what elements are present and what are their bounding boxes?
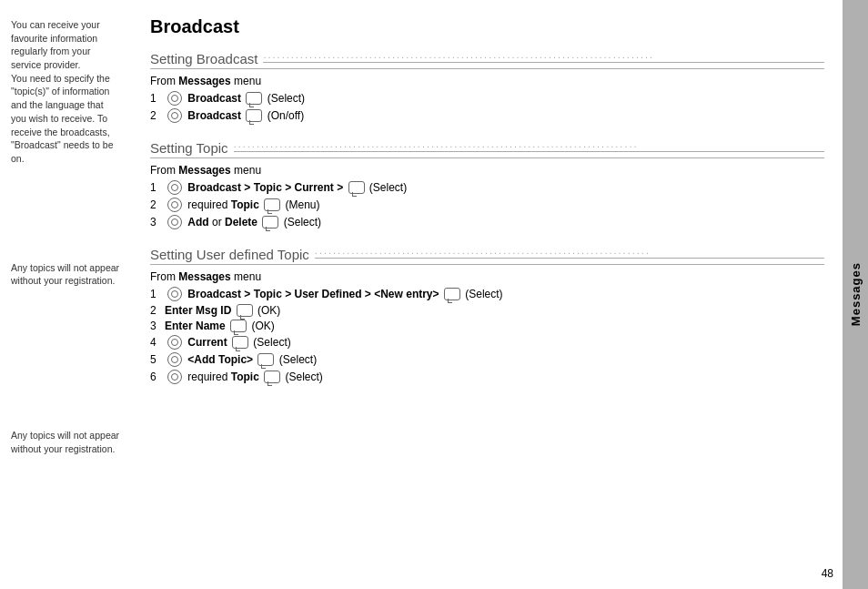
section-user-topic-title: Setting User defined Topic (150, 247, 309, 262)
topic-steps: 1 Broadcast > Topic > Current > (Select)… (150, 180, 824, 229)
nav-icon-t2 (167, 198, 182, 212)
softkey-icon-t2 (264, 198, 280, 211)
user-topic-step-2: 2 Enter Msg ID (OK) (150, 304, 824, 317)
broadcast-steps: 1 Broadcast (Select) 2 Broadcast (On/off… (150, 91, 824, 123)
section-heading-broadcast: Setting Broadcast ......................… (150, 50, 824, 69)
user-topic-menu-label: Messages (178, 270, 230, 283)
softkey-icon-u2 (237, 304, 253, 317)
sidebar-note-1: You can receive your favourite informati… (11, 18, 121, 166)
topic-step-2: 2 required Topic (Menu) (150, 198, 824, 212)
user-topic-steps: 1 Broadcast > Topic > User Defined > <Ne… (150, 287, 824, 384)
softkey-icon-2 (246, 109, 262, 122)
user-topic-step-3: 3 Enter Name (OK) (150, 320, 824, 332)
user-topic-step-6: 6 required Topic (Select) (150, 370, 824, 384)
user-topic-step-4: 4 Current (Select) (150, 335, 824, 350)
nav-icon-u4 (167, 335, 182, 350)
section-topic-title: Setting Topic (150, 140, 228, 156)
softkey-icon-t1 (348, 181, 365, 194)
sidebar: You can receive your favourite informati… (0, 0, 132, 589)
softkey-icon-u4 (232, 336, 248, 349)
topic-from-menu: From Messages menu (150, 164, 824, 177)
right-tab: Messages (843, 0, 868, 589)
right-tab-label: Messages (849, 262, 863, 326)
section-broadcast-title: Setting Broadcast (150, 51, 257, 66)
topic-step-3: 3 Add or Delete (Select) (150, 215, 824, 229)
nav-icon-2 (167, 108, 182, 123)
page-container: You can receive your favourite informati… (0, 0, 868, 589)
user-topic-from-menu: From Messages menu (150, 270, 824, 283)
section-heading-topic: Setting Topic ..........................… (150, 139, 824, 158)
sidebar-note-3: Any topics will not appear without your … (11, 429, 121, 455)
broadcast-step-1: 1 Broadcast (Select) (150, 91, 824, 106)
nav-icon-u6 (167, 370, 182, 384)
softkey-icon-u6 (264, 371, 280, 383)
nav-icon-1 (167, 91, 182, 106)
softkey-icon-u1 (444, 288, 460, 300)
section-user-topic: Setting User defined Topic .............… (150, 246, 824, 384)
softkey-icon-u5 (257, 353, 274, 366)
topic-menu-label: Messages (178, 164, 230, 177)
broadcast-step-2: 2 Broadcast (On/off) (150, 108, 824, 123)
topic-step-1: 1 Broadcast > Topic > Current > (Select) (150, 180, 824, 195)
page-title: Broadcast (150, 16, 824, 37)
broadcast-from-menu: From Messages menu (150, 75, 824, 87)
broadcast-menu-label: Messages (178, 75, 230, 87)
section-heading-user-topic: Setting User defined Topic .............… (150, 246, 824, 265)
user-topic-step-1: 1 Broadcast > Topic > User Defined > <Ne… (150, 287, 824, 301)
nav-icon-t1 (167, 180, 182, 195)
section-topic: Setting Topic ..........................… (150, 139, 824, 229)
section-broadcast: Setting Broadcast ......................… (150, 50, 824, 123)
sidebar-note-2: Any topics will not appear without your … (11, 261, 121, 288)
user-topic-step-5: 5 <Add Topic> (Select) (150, 352, 824, 367)
softkey-icon-u3 (230, 320, 247, 332)
nav-icon-t3 (167, 215, 182, 229)
nav-icon-u1 (167, 287, 182, 301)
nav-icon-u5 (167, 352, 182, 367)
softkey-icon-1 (246, 92, 262, 105)
main-content: Broadcast Setting Broadcast ............… (132, 0, 843, 589)
page-number: 48 (822, 567, 833, 580)
softkey-icon-t3 (262, 216, 278, 228)
